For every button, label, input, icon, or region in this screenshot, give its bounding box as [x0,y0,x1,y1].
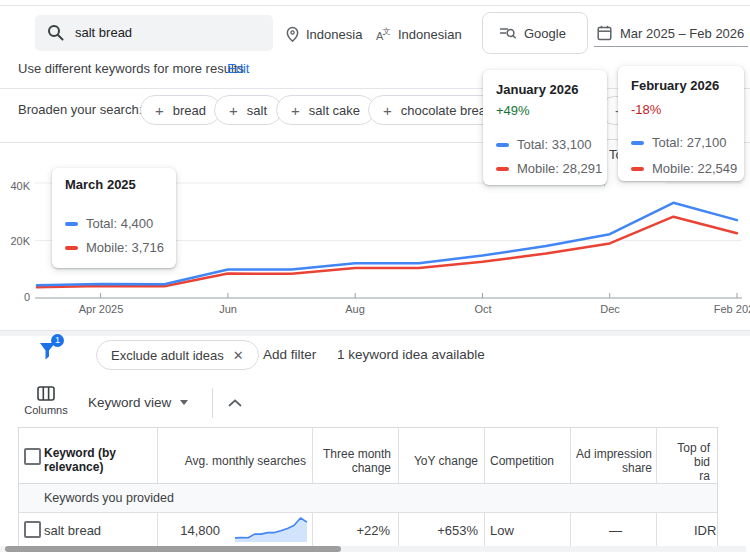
search-icon [47,24,64,41]
tooltip-total-value: Total: 27,100 [652,135,726,150]
total-series-dash [65,222,78,226]
search-network-icon [499,25,516,41]
total-series-dash [496,143,509,147]
chip-label: salt [247,103,267,118]
col-header-top-bid-line2[interactable]: bid [655,455,710,469]
tooltip-february-2026: February 2026 -18% Total: 27,100 Mobile:… [618,66,744,181]
tooltip-title: January 2026 [496,82,578,97]
top-divider [0,5,750,6]
language-selector[interactable]: 文 A Indonesian [376,26,462,42]
plus-icon: + [155,103,164,118]
calendar-icon [597,25,612,41]
col-header-three-month-change[interactable]: Three month change [318,447,391,475]
table-top-border [18,427,717,428]
keyword-view-label: Keyword view [88,395,171,410]
close-icon[interactable]: ✕ [233,348,244,363]
broaden-chip-salt[interactable]: + salt [214,95,282,125]
search-input[interactable]: salt bread [35,15,273,51]
tooltip-march-2025: March 2025 Total: 4,400 Mobile: 3,716 [52,168,176,268]
keyword-planner-page: salt bread Indonesia 文 A Indonesian Goog… [0,0,750,552]
exclude-adult-ideas-chip[interactable]: Exclude adult ideas ✕ [96,340,259,370]
language-label: Indonesian [398,27,462,42]
band-bottom-border [18,512,717,513]
hint-text: Use different keywords for more results [18,61,244,76]
network-selector[interactable]: Google [482,12,588,54]
network-label: Google [524,26,566,41]
add-filter-button[interactable]: Add filter [263,347,316,362]
ad-impression-cell: — [570,523,622,538]
broaden-label: Broaden your search: [18,102,142,117]
filter-chip-label: Exclude adult ideas [111,348,224,363]
translate-icon: 文 A [376,26,392,42]
date-range-label: Mar 2025 – Feb 2026 [620,26,744,41]
date-range-selector[interactable]: Mar 2025 – Feb 2026 [597,25,750,41]
col-header-competition[interactable]: Competition [490,454,570,468]
tooltip-mobile-value: Mobile: 22,549 [652,161,737,176]
three-month-change-cell: +22% [312,523,390,538]
keyword-view-dropdown[interactable]: Keyword view [88,395,188,410]
chip-label: bread [173,103,206,118]
row-checkbox[interactable] [24,521,41,538]
mobile-series-dash [496,167,509,171]
location-pin-icon [285,26,300,43]
search-value: salt bread [75,25,132,40]
tooltip-change-negative: -18% [631,102,661,117]
mobile-series-dash [631,167,644,171]
broaden-chip-bread[interactable]: + bread [140,95,221,125]
competition-cell: Low [490,523,514,538]
mobile-series-dash [65,246,78,250]
col-header-avg-monthly-searches[interactable]: Avg. monthly searches [160,454,306,468]
keyword-cell[interactable]: salt bread [44,523,101,538]
searches-sparkline [232,513,310,545]
horizontal-scrollbar-thumb[interactable] [5,546,341,552]
col-header-top-bid-line1[interactable]: Top of [655,441,710,455]
col-header-keyword[interactable]: Keyword (by relevance) [44,446,140,474]
broaden-chip-salt-cake[interactable]: + salt cake [276,95,375,125]
columns-button[interactable]: Columns [16,404,76,416]
columns-icon [37,386,55,401]
tooltip-change-positive: +49% [496,103,530,118]
toolbar-divider [212,388,213,418]
col-header-top-bid-line3[interactable]: ra [655,469,710,483]
col-header-yoy-change[interactable]: YoY change [398,454,478,468]
table-right-border [717,427,718,546]
plus-icon: + [291,103,300,118]
date-range-underline [594,46,748,47]
collapse-chevron-up-icon[interactable] [228,399,242,407]
tooltip-mobile-value: Mobile: 28,291 [517,161,602,176]
tooltip-mobile-value: Mobile: 3,716 [86,240,164,255]
chevron-down-icon [180,400,188,405]
plus-icon: + [383,103,392,118]
total-series-dash [631,141,644,145]
select-all-checkbox[interactable] [24,448,41,465]
svg-text:文: 文 [383,27,391,36]
keywords-provided-band: Keywords you provided [19,484,717,512]
tooltip-january-2026: January 2026 +49% Total: 33,100 Mobile: … [483,70,607,185]
chip-label: salt cake [309,103,360,118]
location-selector[interactable]: Indonesia [285,26,362,43]
chip-label: chocolate brea [401,103,486,118]
location-label: Indonesia [306,27,362,42]
edit-link[interactable]: Edit [227,61,249,76]
filter-count-badge: 1 [51,334,64,347]
keyword-ideas-status: 1 keyword idea available [337,347,485,362]
tooltip-total-value: Total: 33,100 [517,137,591,152]
tooltip-total-value: Total: 4,400 [86,216,153,231]
keywords-provided-label: Keywords you provided [44,491,174,505]
avg-searches-cell: 14,800 [150,523,220,538]
tooltip-title: March 2025 [65,177,136,192]
top-bid-cell: IDR1 [694,523,717,538]
col-header-ad-impression-share[interactable]: Ad impression share [574,447,652,475]
yoy-change-cell: +653% [398,523,478,538]
horizontal-scrollbar-track[interactable] [0,546,746,552]
plus-icon: + [229,103,238,118]
svg-text:A: A [376,30,384,42]
tooltip-title: February 2026 [631,78,719,93]
